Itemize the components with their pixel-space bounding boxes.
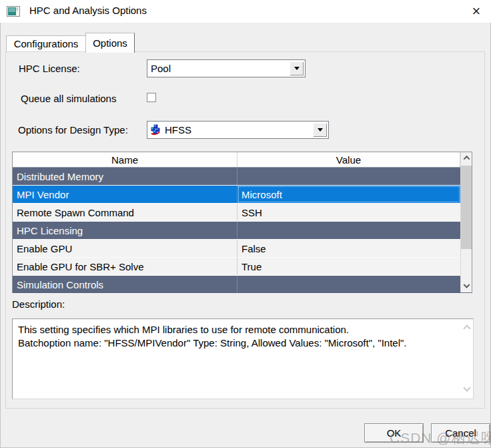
chevron-down-icon	[318, 128, 323, 132]
row-value-cell[interactable]: True	[237, 258, 460, 275]
hpc-license-dropdown-button[interactable]	[290, 61, 304, 75]
row-value-cell[interactable]: SSH	[237, 204, 460, 221]
table-row-enable-gpu-sbr[interactable]: Enable GPU for SBR+ Solve True	[13, 258, 472, 276]
design-type-dropdown[interactable]: HFSS	[147, 121, 329, 139]
table-row-hpc-licensing[interactable]: HPC Licensing	[13, 222, 472, 240]
row-value-cell[interactable]: Microsoft	[237, 186, 460, 203]
table-row-simulation-controls[interactable]: Simulation Controls	[13, 276, 472, 294]
table-row-remote-spawn-command[interactable]: Remote Spawn Command SSH	[13, 204, 472, 222]
description-line-2: Batchoption name: "HFSS/MPIVendor" Type:…	[18, 337, 457, 350]
row-name-cell[interactable]: Remote Spawn Command	[13, 204, 237, 221]
scrollbar-down-arrow[interactable]	[461, 281, 472, 292]
design-type-label: Options for Design Type:	[18, 124, 128, 136]
hpc-license-label: HPC License:	[19, 63, 80, 74]
description-text-area[interactable]: This setting specifies which MPI librari…	[12, 318, 474, 399]
column-header-value[interactable]: Value	[237, 152, 460, 167]
row-value-cell[interactable]	[237, 276, 460, 293]
hfss-design-icon	[150, 124, 161, 136]
scrollbar-thumb[interactable]	[461, 166, 472, 249]
row-name-cell[interactable]: Enable GPU	[13, 240, 237, 257]
row-value-cell[interactable]: False	[237, 240, 460, 257]
cancel-button[interactable]: Cancel	[431, 423, 490, 443]
window-app-icon	[7, 6, 20, 17]
row-value-cell[interactable]	[237, 168, 460, 185]
title-bar: HPC and Analysis Options ×	[0, 0, 491, 23]
description-scroll-down-icon[interactable]	[463, 384, 470, 391]
chevron-up-icon	[463, 156, 470, 162]
row-name-cell[interactable]: Simulation Controls	[13, 276, 237, 293]
grid-vertical-scrollbar[interactable]	[460, 152, 472, 292]
queue-all-simulations-checkbox[interactable]	[147, 93, 156, 102]
row-name-cell[interactable]: Distributed Memory	[13, 168, 237, 185]
design-type-value: HFSS	[161, 124, 191, 136]
queue-all-simulations-label: Queue all simulations	[21, 93, 116, 104]
row-name-cell[interactable]: MPI Vendor	[13, 186, 237, 203]
row-name-cell[interactable]: Enable GPU for SBR+ Solve	[13, 258, 237, 275]
window-title: HPC and Analysis Options	[29, 5, 147, 16]
tab-options-label: Options	[93, 37, 127, 49]
description-label: Description:	[12, 298, 65, 310]
chevron-down-icon	[463, 282, 470, 288]
column-header-name[interactable]: Name	[13, 152, 237, 167]
table-row-distributed-memory[interactable]: Distributed Memory	[13, 168, 472, 186]
tab-options[interactable]: Options	[85, 33, 135, 53]
row-value-cell[interactable]	[237, 222, 460, 239]
options-property-grid: Name Value Distributed Memory MPI Vendor…	[12, 152, 472, 293]
design-type-dropdown-button[interactable]	[313, 123, 327, 137]
grid-header-row: Name Value	[13, 152, 472, 168]
chevron-down-icon	[294, 67, 300, 70]
description-line-1: This setting specifies which MPI librari…	[18, 323, 457, 337]
table-row-enable-gpu[interactable]: Enable GPU False	[13, 240, 472, 258]
hpc-analysis-options-dialog: HPC and Analysis Options × Configuration…	[0, 0, 491, 448]
scrollbar-up-arrow[interactable]	[461, 152, 472, 164]
hpc-license-dropdown[interactable]: Pool	[147, 59, 306, 77]
tab-configurations[interactable]: Configurations	[6, 35, 85, 52]
description-scroll-up-icon[interactable]	[463, 324, 470, 332]
ok-button[interactable]: OK	[364, 423, 424, 443]
table-row-mpi-vendor[interactable]: MPI Vendor Microsoft	[13, 186, 472, 204]
row-name-cell[interactable]: HPC Licensing	[13, 222, 237, 239]
hpc-license-value: Pool	[147, 63, 171, 74]
tab-configurations-label: Configurations	[14, 38, 79, 49]
close-icon[interactable]: ×	[466, 1, 487, 21]
